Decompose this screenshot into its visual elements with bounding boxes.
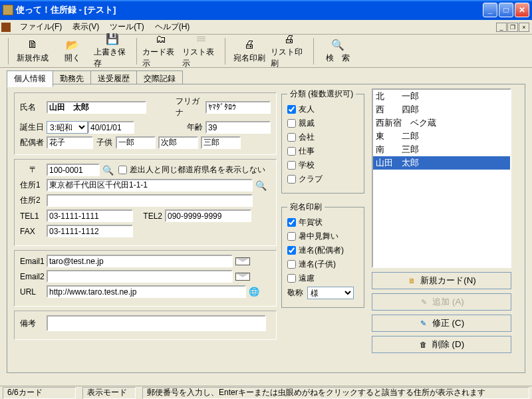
cat-school-label: 学校: [299, 160, 315, 171]
tab-personal[interactable]: 個人情報: [7, 70, 53, 87]
identity-group: 氏名 フリガナ 誕生日 3:昭和 年齢 配偶者 子供: [14, 92, 277, 155]
birthday-label: 誕生日: [20, 122, 47, 133]
list-item[interactable]: 西新宿 ベク蔵: [373, 116, 510, 130]
maximize-button[interactable]: □: [499, 3, 513, 17]
tb-new-button[interactable]: 🗎新規作成: [14, 37, 51, 66]
client-area: 個人情報 勤務先 送受履歴 交際記録 氏名 フリガナ 誕生日 3:昭和: [0, 68, 532, 380]
tb-card-button[interactable]: 🗂カード表示: [142, 37, 180, 66]
print-summer-checkbox[interactable]: [287, 232, 296, 241]
window-title: 使って！住所録 - [テスト]: [16, 4, 481, 16]
addr-search-icon[interactable]: 🔍: [255, 180, 266, 191]
memo-group: 備考: [14, 311, 277, 340]
print-far-checkbox[interactable]: [287, 274, 296, 283]
search-icon: 🔍: [331, 38, 344, 51]
new-card-label: 新規カード(N): [420, 275, 476, 287]
email2-send-icon[interactable]: [235, 273, 250, 281]
furigana-label: フリガナ: [176, 96, 205, 118]
tb-addrprint-button[interactable]: 🖨宛名印刷: [231, 37, 268, 66]
cat-school-checkbox[interactable]: [287, 161, 296, 170]
name-field[interactable]: [47, 101, 146, 114]
list-item[interactable]: 南 三郎: [373, 143, 510, 156]
cat-club-checkbox[interactable]: [287, 175, 296, 184]
list-item[interactable]: 北 一郎: [373, 90, 510, 103]
addr2-field[interactable]: [47, 194, 253, 207]
spouse-label: 配偶者: [20, 137, 47, 148]
tb-list-button[interactable]: 𝄘リスト表示: [182, 37, 219, 66]
tb-card-label: カード表示: [142, 47, 180, 69]
zip-field[interactable]: [47, 164, 100, 176]
spouse-field[interactable]: [47, 136, 93, 149]
age-field[interactable]: [205, 121, 271, 134]
fax-label: FAX: [20, 227, 47, 236]
addr2-label: 住所2: [20, 195, 47, 206]
print-legend: 宛名印刷: [287, 201, 325, 213]
address-group: 〒 🔍 差出人と同じ都道府県名を表示しない 住所1 🔍 住所2 TEL1: [14, 159, 277, 246]
email2-label: Email2: [20, 272, 47, 281]
mdi-restore-button[interactable]: ❐: [507, 23, 518, 32]
tb-new-label: 新規作成: [17, 53, 49, 64]
mdi-minimize-button[interactable]: _: [496, 23, 507, 32]
new-card-button[interactable]: 🗎新規カード(N): [372, 272, 511, 289]
furigana-field[interactable]: [205, 101, 271, 114]
print-spouse-checkbox[interactable]: [287, 246, 296, 255]
cat-company-label: 会社: [299, 132, 315, 143]
tel2-label: TEL2: [133, 211, 165, 221]
fax-field[interactable]: [47, 225, 133, 237]
memo-field[interactable]: [47, 315, 266, 331]
email2-field[interactable]: [47, 270, 233, 283]
child1-field[interactable]: [116, 136, 156, 149]
child3-field[interactable]: [201, 136, 241, 149]
list-item[interactable]: 西 四郎: [373, 103, 510, 116]
tb-save-button[interactable]: 💾上書き保存: [94, 37, 131, 66]
zip-search-icon[interactable]: 🔍: [102, 165, 113, 176]
child2-field[interactable]: [158, 136, 198, 149]
category-legend: 分類 (複数選択可): [287, 88, 356, 100]
cat-relative-checkbox[interactable]: [287, 119, 296, 128]
mdi-close-button[interactable]: ×: [519, 23, 529, 32]
tb-save-label: 上書き保存: [94, 47, 131, 69]
tb-search-label: 検 索: [326, 53, 350, 64]
child-label: 子供: [93, 137, 116, 148]
print-spouse-label: 連名(配偶者): [299, 245, 344, 256]
zip-label: 〒: [20, 164, 47, 176]
tb-search-button[interactable]: 🔍検 索: [319, 37, 356, 66]
titlebar: 使って！住所録 - [テスト] _ □ ✕: [0, 0, 532, 20]
new-icon: 🗎: [26, 38, 39, 51]
email1-send-icon[interactable]: [235, 257, 250, 265]
tb-listprint-button[interactable]: 🖨リスト印刷: [271, 37, 308, 66]
menu-file[interactable]: ファイル(F): [15, 19, 67, 35]
delete-button[interactable]: 🗑削除 (D): [372, 336, 511, 353]
url-field[interactable]: [47, 285, 246, 298]
add-button: ✎追加 (A): [372, 293, 511, 311]
minimize-button[interactable]: _: [483, 3, 497, 17]
card-icon: 🗂: [154, 33, 168, 45]
tb-addrprint-label: 宛名印刷: [233, 53, 265, 64]
tel1-field[interactable]: [47, 209, 133, 222]
print-far-label: 遠慮: [299, 273, 315, 284]
list-item[interactable]: 山田 太郎: [373, 156, 510, 170]
hide-pref-checkbox[interactable]: [118, 166, 127, 174]
era-select[interactable]: 3:昭和: [47, 121, 88, 134]
cat-friend-checkbox[interactable]: [287, 105, 296, 114]
print-nenga-checkbox[interactable]: [287, 218, 296, 227]
honorific-label: 敬称: [287, 287, 307, 299]
edit-button[interactable]: ✎修正 (C): [372, 315, 511, 332]
list-item[interactable]: 東 二郎: [373, 130, 510, 143]
honorific-select[interactable]: 様: [307, 287, 354, 299]
url-label: URL: [20, 287, 47, 297]
cat-work-checkbox[interactable]: [287, 147, 296, 156]
email1-field[interactable]: [47, 255, 233, 267]
print-child-checkbox[interactable]: [287, 260, 296, 269]
close-button[interactable]: ✕: [515, 3, 529, 17]
cat-company-checkbox[interactable]: [287, 133, 296, 142]
mdi-controls: _ ❐ ×: [496, 23, 529, 32]
list-icon: 𝄘: [194, 33, 207, 45]
menu-view[interactable]: 表示(V): [67, 19, 104, 35]
tel2-field[interactable]: [165, 209, 251, 222]
tb-open-button[interactable]: 📂開く: [54, 37, 91, 66]
contact-listbox[interactable]: 北 一郎西 四郎西新宿 ベク蔵東 二郎南 三郎山田 太郎: [372, 88, 511, 268]
globe-icon[interactable]: 🌐: [249, 287, 259, 297]
birthdate-field[interactable]: [88, 121, 134, 134]
addr1-field[interactable]: [47, 179, 253, 192]
doc-icon: 🗎: [407, 276, 416, 285]
